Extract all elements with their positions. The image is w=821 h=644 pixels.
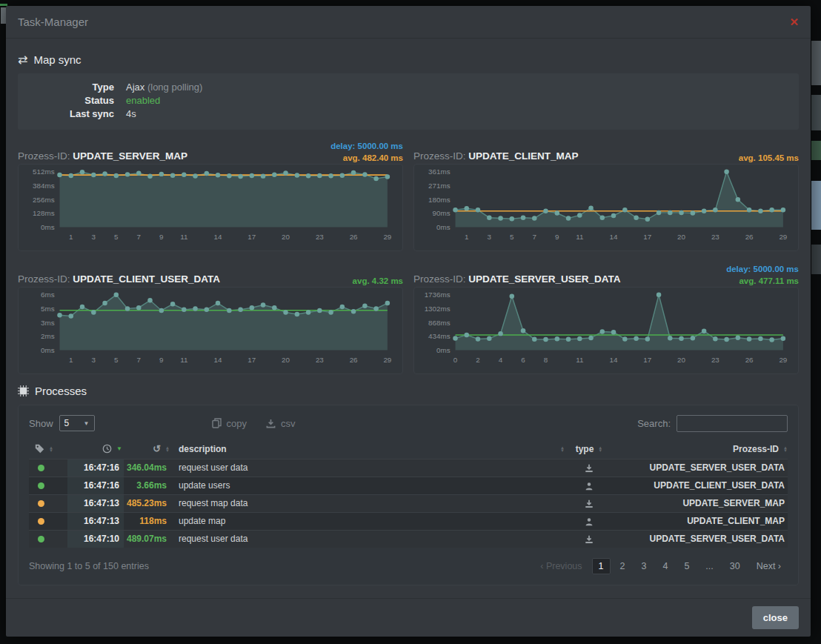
csv-button[interactable]: csv: [266, 418, 296, 429]
svg-text:26: 26: [745, 356, 754, 364]
svg-text:23: 23: [316, 356, 324, 364]
prozess-id-cell: UPDATE_CLIENT_MAP: [614, 512, 788, 530]
svg-text:5: 5: [114, 356, 119, 364]
svg-text:17: 17: [643, 356, 651, 364]
delay-stat: [353, 263, 403, 275]
svg-text:26: 26: [350, 356, 358, 364]
svg-text:180ms: 180ms: [428, 196, 451, 204]
pagination-page-4[interactable]: 4: [656, 558, 674, 574]
svg-text:0ms: 0ms: [436, 346, 451, 354]
modal-footer: close: [6, 598, 811, 637]
pagination-next[interactable]: Next ›: [750, 558, 788, 574]
svg-text:1302ms: 1302ms: [425, 305, 451, 313]
status-value: enabled: [126, 94, 160, 107]
column-header-prozess-id[interactable]: Prozess-ID ▲▼: [614, 439, 788, 459]
chart-header: Prozess-ID: UPDATE_CLIENT_USER_DATA avg.…: [18, 257, 403, 287]
status-dot: [38, 482, 44, 489]
duration-cell: 118ms: [124, 512, 171, 530]
sort-icon: ▲▼: [598, 446, 602, 452]
svg-text:128ms: 128ms: [33, 209, 55, 217]
svg-text:256ms: 256ms: [33, 196, 55, 204]
svg-text:0ms: 0ms: [436, 223, 451, 231]
chevron-down-icon: ▼: [84, 420, 90, 427]
sort-icon: ▲▼: [783, 446, 788, 452]
svg-text:23: 23: [316, 233, 324, 241]
clock-icon: [102, 444, 112, 454]
column-header-time[interactable]: ▼: [67, 439, 124, 459]
pagination-page-1[interactable]: 1: [592, 558, 611, 574]
pagination-page-2[interactable]: 2: [614, 558, 632, 574]
svg-text:29: 29: [383, 233, 391, 241]
svg-text:1: 1: [69, 356, 73, 364]
sort-icon: ▲▼: [49, 446, 53, 452]
svg-text:1: 1: [69, 233, 73, 241]
svg-text:26: 26: [350, 233, 358, 241]
pagination: ‹ Previous12345...30Next ›: [534, 558, 788, 574]
avg-stat: avg. 105.45 ms: [739, 152, 799, 164]
pagination-previous[interactable]: ‹ Previous: [534, 558, 588, 574]
show-entries-select[interactable]: 5 ▼: [59, 415, 95, 431]
table-row: 16:47:10 489.07ms request user data UPDA…: [29, 530, 788, 548]
type-cell: [565, 459, 614, 477]
sort-desc-icon: ▼: [116, 448, 122, 451]
svg-text:9: 9: [159, 356, 163, 364]
description-cell: request user data: [171, 530, 565, 548]
sort-icon: ▲▼: [560, 446, 565, 452]
column-header-duration[interactable]: ↺ ▲▼: [124, 439, 171, 459]
last-sync-value: 4s: [126, 107, 136, 121]
svg-text:29: 29: [383, 356, 391, 364]
svg-text:20: 20: [282, 356, 290, 364]
pagination-page-30[interactable]: 30: [723, 558, 747, 574]
svg-text:3ms: 3ms: [41, 319, 55, 327]
sort-icon: ▲▼: [165, 446, 170, 452]
chart-title: Prozess-ID: UPDATE_CLIENT_MAP: [413, 150, 579, 162]
svg-text:20: 20: [677, 356, 685, 364]
duration-cell: 489.07ms: [124, 530, 171, 548]
delay-stat: delay: 5000.00 ms: [726, 263, 799, 275]
line-chart: 0ms90ms180ms271ms361ms135791114172023262…: [413, 164, 799, 251]
svg-text:1: 1: [465, 233, 468, 241]
chart-stats: avg. 4.32 ms: [353, 263, 403, 287]
column-header-type[interactable]: type ▲▼: [565, 439, 614, 459]
processes-table-panel: Show 5 ▼ copy: [18, 405, 799, 585]
svg-text:3: 3: [92, 233, 96, 241]
page-behind-fragment: [811, 245, 821, 274]
process-table-body: 16:47:16 346.04ms request user data UPDA…: [29, 459, 788, 548]
last-sync-label: Last sync: [18, 107, 114, 121]
time-cell: 16:47:16: [67, 477, 124, 494]
chart-stats: delay: 5000.00 ms avg. 477.11 ms: [726, 263, 799, 287]
charts-grid: Prozess-ID: UPDATE_SERVER_MAP delay: 500…: [18, 134, 799, 374]
line-chart: 0ms2ms3ms5ms6ms1357911141720232629: [18, 287, 403, 374]
page-behind-fragment: [811, 181, 821, 230]
chart-title: Prozess-ID: UPDATE_SERVER_MAP: [18, 150, 187, 162]
chart-header: Prozess-ID: UPDATE_SERVER_USER_DATA dela…: [413, 257, 799, 287]
svg-text:14: 14: [214, 233, 222, 241]
svg-text:0ms: 0ms: [41, 346, 55, 354]
copy-button[interactable]: copy: [212, 418, 247, 429]
avg-stat: avg. 4.32 ms: [353, 275, 403, 287]
pagination-page-3[interactable]: 3: [634, 558, 653, 574]
svg-text:14: 14: [610, 233, 618, 241]
close-icon[interactable]: ✕: [789, 16, 799, 27]
tag-icon: [35, 444, 44, 454]
svg-text:6ms: 6ms: [41, 291, 55, 299]
search-input[interactable]: [677, 415, 788, 432]
close-button[interactable]: close: [752, 606, 799, 629]
svg-text:14: 14: [214, 356, 222, 364]
type-cell: [565, 477, 614, 494]
column-header-description[interactable]: description ▲▼: [171, 439, 565, 459]
duration-cell: 485.23ms: [124, 494, 171, 512]
table-controls: Show 5 ▼ copy: [29, 413, 788, 434]
prozess-id-cell: UPDATE_SERVER_MAP: [614, 494, 788, 512]
map-sync-lastsync-row: Last sync 4s: [18, 107, 799, 121]
exchange-arrows-icon: ⇄: [18, 54, 27, 66]
column-header-status[interactable]: ▲▼: [29, 439, 67, 459]
duration-cell: 3.66ms: [124, 477, 171, 494]
svg-text:4: 4: [499, 356, 503, 364]
map-sync-status-row: Status enabled: [18, 94, 799, 107]
description-cell: request map data: [171, 494, 565, 512]
svg-text:6: 6: [521, 356, 525, 364]
pagination-page-5[interactable]: 5: [677, 558, 696, 574]
svg-text:23: 23: [711, 233, 719, 241]
svg-text:9: 9: [159, 233, 163, 241]
